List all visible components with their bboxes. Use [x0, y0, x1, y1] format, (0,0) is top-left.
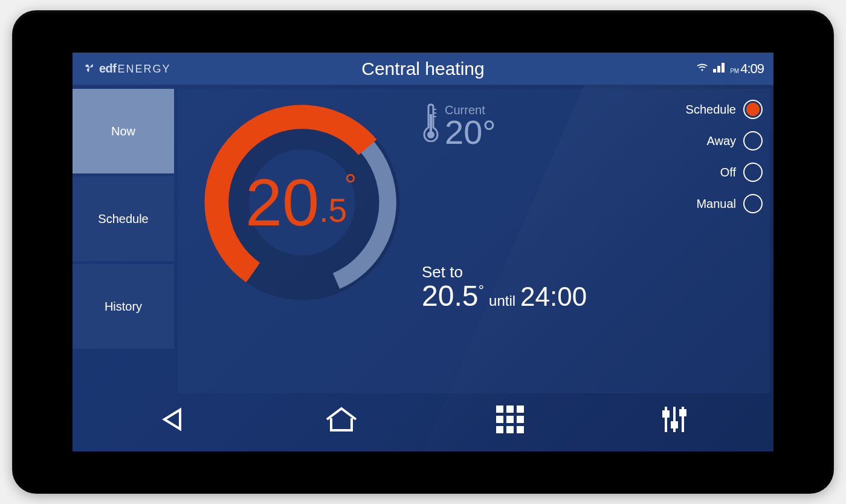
svg-rect-12 — [506, 405, 514, 413]
radio-icon — [743, 131, 763, 150]
current-value: 20° — [445, 117, 496, 147]
svg-rect-16 — [517, 416, 524, 423]
signal-icon — [713, 63, 725, 75]
grid-icon — [496, 425, 524, 435]
mode-label: Off — [720, 166, 736, 179]
back-button[interactable] — [153, 400, 192, 441]
svg-rect-19 — [517, 426, 524, 433]
mode-manual[interactable]: Manual — [686, 194, 763, 213]
sidebar: Now Schedule History — [73, 89, 174, 393]
clock: PM 4:09 — [730, 61, 764, 77]
temperature-dial[interactable]: 20.5° — [199, 100, 405, 305]
svg-rect-14 — [496, 416, 503, 423]
radio-icon — [743, 100, 763, 119]
svg-rect-15 — [506, 416, 514, 423]
mode-schedule[interactable]: Schedule — [686, 100, 763, 119]
tab-history[interactable]: History — [73, 264, 174, 349]
mode-away[interactable]: Away — [686, 131, 763, 150]
home-icon — [325, 424, 358, 435]
header: eDF ENERGY Central heating — [73, 53, 773, 85]
mode-off[interactable]: Off — [686, 163, 763, 182]
mode-selector: Schedule Away Off Manual — [686, 100, 763, 213]
sliders-icon — [662, 425, 686, 435]
svg-rect-23 — [672, 422, 677, 427]
until-label: until — [489, 292, 515, 309]
svg-rect-11 — [496, 405, 503, 413]
sidebar-item-label: History — [105, 300, 142, 314]
svg-rect-1 — [717, 66, 720, 73]
tab-schedule[interactable]: Schedule — [73, 176, 174, 261]
svg-rect-21 — [664, 412, 668, 416]
set-to-block: Set to 20.5 ° until 24:00 — [422, 263, 587, 312]
svg-rect-18 — [506, 426, 514, 433]
until-time: 24:00 — [520, 282, 587, 312]
current-temperature: Current 20° — [419, 103, 496, 147]
home-button[interactable] — [318, 400, 364, 441]
tab-now[interactable]: Now — [73, 89, 174, 173]
page-title: Central heating — [361, 59, 484, 79]
svg-rect-25 — [680, 410, 685, 415]
thermometer-icon — [419, 103, 441, 144]
apps-button[interactable] — [490, 399, 530, 442]
mode-label: Manual — [696, 197, 736, 211]
swirl-icon — [82, 60, 97, 77]
set-temperature: 20.5 — [422, 279, 478, 312]
svg-rect-17 — [496, 426, 503, 433]
sidebar-item-label: Schedule — [98, 212, 148, 226]
wifi-icon — [696, 63, 708, 75]
mode-label: Schedule — [686, 103, 736, 117]
svg-rect-2 — [722, 63, 725, 73]
settings-button[interactable] — [656, 399, 693, 442]
brand-logo: eDF ENERGY — [82, 60, 171, 77]
status-area: PM 4:09 — [696, 61, 764, 77]
radio-icon — [743, 163, 763, 182]
target-temperature: 20.5° — [245, 169, 359, 236]
svg-rect-13 — [517, 405, 524, 413]
radio-icon — [743, 194, 763, 213]
sidebar-item-label: Now — [111, 124, 135, 138]
main-panel: 20.5° — [178, 89, 770, 393]
mode-label: Away — [706, 134, 736, 148]
triangle-back-icon — [160, 424, 186, 435]
navbar — [73, 393, 773, 448]
svg-rect-7 — [430, 114, 432, 134]
svg-rect-0 — [713, 69, 716, 73]
